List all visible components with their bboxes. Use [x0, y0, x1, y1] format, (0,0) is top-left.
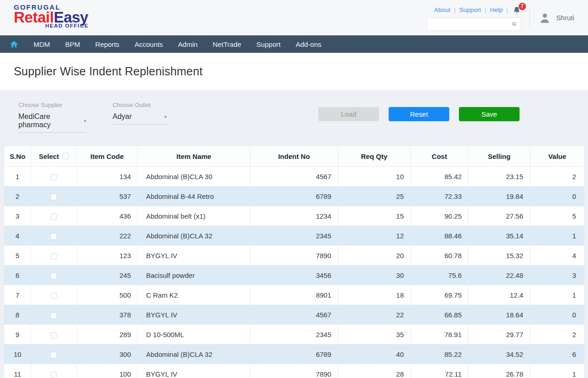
row-sno: 5 — [4, 246, 31, 265]
row-item-name: Abdominal (B)CLA 32 — [138, 344, 250, 364]
search-box[interactable] — [427, 17, 521, 31]
row-select-cell — [31, 305, 77, 325]
row-checkbox[interactable] — [51, 273, 57, 279]
row-sno: 2 — [4, 186, 31, 206]
row-checkbox[interactable] — [51, 372, 57, 378]
user-block[interactable]: Shruti — [538, 11, 574, 25]
main-nav: MDM BPM Reports Accounts Admin NetTrade … — [0, 35, 588, 53]
row-checkbox[interactable] — [51, 293, 57, 299]
nav-item-addons[interactable]: Add-ons — [296, 40, 322, 48]
row-cost: 60.78 — [411, 246, 469, 265]
row-checkbox[interactable] — [51, 352, 57, 358]
title-band: Supplier Wise Indent Replenishment — [0, 53, 588, 90]
row-item-name: Bacisulf powder — [138, 265, 250, 285]
outlet-filter: Choose Outlet Adyar ▾ — [113, 102, 167, 124]
help-link[interactable]: Help — [490, 6, 503, 13]
row-cost: 88.46 — [411, 226, 469, 246]
link-separator: | — [506, 6, 508, 13]
supplier-value: MediCare pharmacy — [18, 113, 84, 129]
row-req-qty: 28 — [338, 364, 411, 378]
row-indent-no: 4567 — [250, 167, 338, 186]
chevron-down-icon: ▾ — [164, 114, 167, 120]
outlet-value: Adyar — [113, 113, 132, 121]
search-input[interactable] — [431, 21, 512, 28]
row-cost: 85.42 — [411, 167, 469, 186]
row-value: 1 — [530, 285, 585, 305]
row-value: 1 — [530, 226, 585, 246]
row-indent-no: 7890 — [250, 246, 338, 265]
row-item-name: Abdominal (B)CLA 32 — [138, 226, 250, 246]
header-right: About | Support | Help | 7 — [427, 0, 574, 35]
row-selling: 19.84 — [469, 186, 530, 206]
row-selling: 12.4 — [469, 285, 530, 305]
row-select-cell — [31, 285, 77, 305]
select-all-checkbox[interactable] — [62, 153, 69, 159]
user-name: Shruti — [556, 14, 574, 22]
row-item-code: 222 — [77, 226, 138, 246]
home-nav-button[interactable] — [10, 40, 18, 48]
row-item-code: 500 — [77, 285, 138, 305]
row-checkbox[interactable] — [51, 194, 57, 200]
row-item-code: 123 — [77, 246, 138, 265]
load-button[interactable]: Load — [318, 107, 379, 121]
row-selling: 34.52 — [469, 344, 530, 364]
links-search: About | Support | Help | 7 — [427, 5, 521, 31]
save-button[interactable]: Save — [459, 107, 520, 121]
row-checkbox[interactable] — [51, 214, 57, 220]
row-select-cell — [31, 325, 77, 344]
supplier-dropdown[interactable]: MediCare pharmacy ▾ — [18, 113, 86, 133]
indent-table: S.No Select Item Code Item Name Indent N… — [4, 146, 585, 378]
row-select-cell — [31, 206, 77, 226]
nav-item-support[interactable]: Support — [256, 40, 281, 48]
nav-item-admin[interactable]: Admin — [178, 40, 198, 48]
top-header: GOFRUGAL RetailEasy HEAD OFFICE About | … — [0, 0, 588, 35]
row-item-code: 300 — [77, 344, 138, 364]
filter-row: Choose Supplier MediCare pharmacy ▾ Choo… — [0, 90, 588, 133]
row-item-name: BYGYL IV — [138, 246, 250, 265]
row-sno: 3 — [4, 206, 31, 226]
row-checkbox[interactable] — [51, 332, 57, 339]
page-title: Supplier Wise Indent Replenishment — [14, 65, 203, 78]
outlet-dropdown[interactable]: Adyar ▾ — [113, 113, 167, 124]
row-indent-no: 8901 — [250, 285, 338, 305]
row-req-qty: 12 — [338, 226, 411, 246]
table-header-row: S.No Select Item Code Item Name Indent N… — [4, 146, 585, 167]
table-row: 9289D 10-500ML23453578.9129.772 — [4, 325, 585, 344]
row-indent-no: 1234 — [250, 206, 338, 226]
row-cost: 72.33 — [411, 186, 469, 206]
row-select-cell — [31, 246, 77, 265]
table-row: 5123BYGYL IV78902060.7815.324 — [4, 246, 585, 265]
row-checkbox[interactable] — [51, 312, 57, 319]
row-item-code: 289 — [77, 325, 138, 344]
supplier-filter: Choose Supplier MediCare pharmacy ▾ — [18, 102, 86, 133]
notification-bell[interactable]: 7 — [513, 6, 521, 14]
row-select-cell — [31, 344, 77, 364]
row-checkbox[interactable] — [51, 253, 57, 260]
reset-button[interactable]: Reset — [389, 107, 449, 121]
header-divider — [529, 7, 530, 28]
nav-item-bpm[interactable]: BPM — [65, 40, 80, 48]
row-value: 1 — [530, 364, 585, 378]
row-checkbox[interactable] — [51, 233, 57, 240]
row-indent-no: 7890 — [250, 364, 338, 378]
row-indent-no: 2345 — [250, 325, 338, 344]
row-selling: 18.64 — [469, 305, 530, 325]
row-item-code: 134 — [77, 167, 138, 186]
nav-item-nettrade[interactable]: NetTrade — [213, 40, 241, 48]
nav-item-accounts[interactable]: Accounts — [135, 40, 163, 48]
row-sno: 9 — [4, 325, 31, 344]
row-selling: 23.15 — [469, 167, 530, 186]
header-cost: Cost — [411, 146, 469, 167]
nav-item-mdm[interactable]: MDM — [34, 40, 50, 48]
row-item-code: 245 — [77, 265, 138, 285]
row-sno: 11 — [4, 364, 31, 378]
row-item-name: C Ram K2 — [138, 285, 250, 305]
about-link[interactable]: About — [434, 6, 450, 13]
row-checkbox[interactable] — [51, 174, 57, 181]
nav-item-reports[interactable]: Reports — [95, 40, 119, 48]
support-link[interactable]: Support — [459, 6, 481, 13]
search-icon[interactable] — [512, 20, 517, 28]
row-indent-no: 6789 — [250, 344, 338, 364]
outlet-label: Choose Outlet — [113, 102, 167, 108]
header-indent-no: Indent No — [250, 146, 338, 167]
